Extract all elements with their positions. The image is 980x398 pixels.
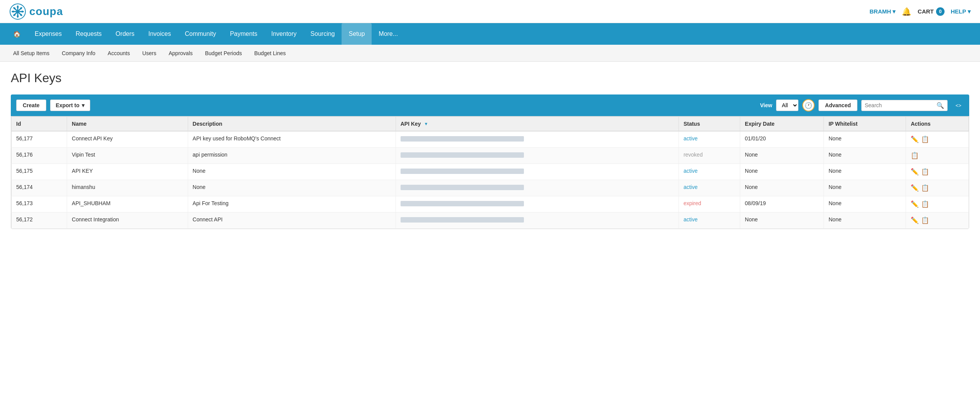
cell-actions: ✏️ 📋 — [906, 180, 969, 196]
cell-id: 56,177 — [12, 131, 67, 148]
cart-button[interactable]: CART 0 — [918, 7, 945, 16]
cell-description: Api For Testing — [188, 196, 396, 212]
toolbar: Create Export to ▾ View All 🕐 Advanced 🔍… — [11, 94, 969, 116]
subnav-budget-lines[interactable]: Budget Lines — [249, 47, 291, 59]
help-chevron-icon: ▾ — [968, 8, 971, 15]
cell-ip: None — [824, 148, 906, 164]
export-to-button[interactable]: Export to ▾ — [50, 100, 90, 111]
edit-icon[interactable]: ✏️ — [911, 216, 919, 224]
nav-inventory-label: Inventory — [271, 30, 297, 37]
svg-point-11 — [20, 7, 22, 9]
top-bar: coupa BRAMH ▾ 🔔 CART 0 HELP ▾ — [0, 0, 980, 23]
copy-icon[interactable]: 📋 — [921, 184, 929, 192]
advanced-button[interactable]: Advanced — [818, 100, 857, 111]
nav-sourcing[interactable]: Sourcing — [303, 23, 342, 45]
copy-icon[interactable]: 📋 — [921, 168, 929, 176]
nav-requests-label: Requests — [76, 30, 102, 37]
cell-description: None — [188, 164, 396, 180]
cell-name: Connect API Key — [67, 131, 188, 148]
cell-description: API key used for RoboMQ's Connect — [188, 131, 396, 148]
cell-ip: None — [824, 180, 906, 196]
table-row: 56,173 API_SHUBHAM Api For Testing expir… — [12, 196, 969, 212]
cell-expiry: None — [740, 164, 824, 180]
nav-requests[interactable]: Requests — [69, 23, 109, 45]
cell-description: None — [188, 180, 396, 196]
status-badge: active — [684, 216, 698, 223]
top-right-actions: BRAMH ▾ 🔔 CART 0 HELP ▾ — [869, 7, 971, 16]
nav-more[interactable]: More... — [372, 23, 405, 45]
subnav-approvals[interactable]: Approvals — [163, 47, 198, 59]
nav-more-label: More... — [379, 30, 398, 37]
copy-icon[interactable]: 📋 — [921, 135, 929, 143]
subnav-accounts[interactable]: Accounts — [102, 47, 135, 59]
notification-bell-icon[interactable]: 🔔 — [902, 7, 911, 16]
col-header-name: Name — [67, 117, 188, 132]
copy-icon[interactable]: 📋 — [911, 152, 919, 160]
table-row: 56,175 API KEY None active None None ✏️ … — [12, 164, 969, 180]
cell-expiry: 01/01/20 — [740, 131, 824, 148]
search-box: 🔍 — [861, 100, 948, 111]
logo-text: coupa — [29, 5, 63, 18]
edit-icon[interactable]: ✏️ — [911, 168, 919, 176]
cell-actions: ✏️ 📋 — [906, 196, 969, 212]
cell-expiry: None — [740, 180, 824, 196]
cell-ip: None — [824, 196, 906, 212]
nav-payments[interactable]: Payments — [223, 23, 264, 45]
cell-apikey — [396, 148, 679, 164]
help-button[interactable]: HELP ▾ — [951, 8, 971, 15]
nav-invoices[interactable]: Invoices — [141, 23, 178, 45]
subnav-all-setup[interactable]: All Setup Items — [8, 47, 55, 59]
cell-actions: ✏️ 📋 — [906, 212, 969, 229]
clock-button[interactable]: 🕐 — [802, 99, 815, 111]
cell-id: 56,176 — [12, 148, 67, 164]
action-icons: ✏️ 📋 — [911, 135, 964, 143]
nav-setup[interactable]: Setup — [342, 23, 372, 45]
logo-icon — [9, 3, 26, 20]
copy-icon[interactable]: 📋 — [921, 200, 929, 208]
nav-orders[interactable]: Orders — [109, 23, 141, 45]
cell-actions: 📋 — [906, 148, 969, 164]
nav-inventory[interactable]: Inventory — [264, 23, 304, 45]
svg-point-5 — [17, 6, 19, 8]
col-header-apikey[interactable]: API Key ▼ — [396, 117, 679, 132]
cell-id: 56,172 — [12, 212, 67, 229]
table-row: 56,177 Connect API Key API key used for … — [12, 131, 969, 148]
clock-icon: 🕐 — [805, 102, 812, 109]
col-header-expiry: Expiry Date — [740, 117, 824, 132]
table-header-row: Id Name Description API Key ▼ — [12, 117, 969, 132]
cart-label: CART — [918, 8, 934, 15]
subnav-company-info[interactable]: Company Info — [56, 47, 101, 59]
cell-apikey — [396, 164, 679, 180]
api-key-bar — [401, 136, 524, 142]
view-select[interactable]: All — [776, 100, 798, 111]
edit-icon[interactable]: ✏️ — [911, 184, 919, 192]
table-row: 56,172 Connect Integration Connect API a… — [12, 212, 969, 229]
edit-icon[interactable]: ✏️ — [911, 135, 919, 143]
table-row: 56,176 Vipin Test api permission revoked… — [12, 148, 969, 164]
edit-icon[interactable]: ✏️ — [911, 200, 919, 208]
cart-count: 0 — [936, 7, 945, 16]
copy-icon[interactable]: 📋 — [921, 216, 929, 224]
api-key-bar — [401, 217, 524, 223]
cell-ip: None — [824, 164, 906, 180]
nav-invoices-label: Invoices — [148, 30, 171, 37]
nav-expenses[interactable]: Expenses — [28, 23, 69, 45]
logo-area: coupa — [9, 3, 63, 20]
code-button[interactable]: <> — [953, 100, 964, 111]
nav-expenses-label: Expenses — [35, 30, 62, 37]
svg-point-9 — [13, 7, 15, 9]
create-button[interactable]: Create — [16, 100, 46, 111]
status-badge: active — [684, 184, 698, 190]
cell-description: Connect API — [188, 212, 396, 229]
action-icons: ✏️ 📋 — [911, 200, 964, 208]
subnav-users[interactable]: Users — [137, 47, 162, 59]
user-menu[interactable]: BRAMH ▾ — [869, 8, 896, 15]
svg-point-12 — [13, 14, 15, 16]
cell-name: API KEY — [67, 164, 188, 180]
nav-home[interactable]: 🏠 — [6, 23, 28, 45]
search-input[interactable] — [865, 102, 934, 108]
svg-point-10 — [20, 14, 22, 16]
nav-community[interactable]: Community — [178, 23, 223, 45]
api-key-bar — [401, 152, 524, 158]
subnav-budget-periods[interactable]: Budget Periods — [200, 47, 248, 59]
